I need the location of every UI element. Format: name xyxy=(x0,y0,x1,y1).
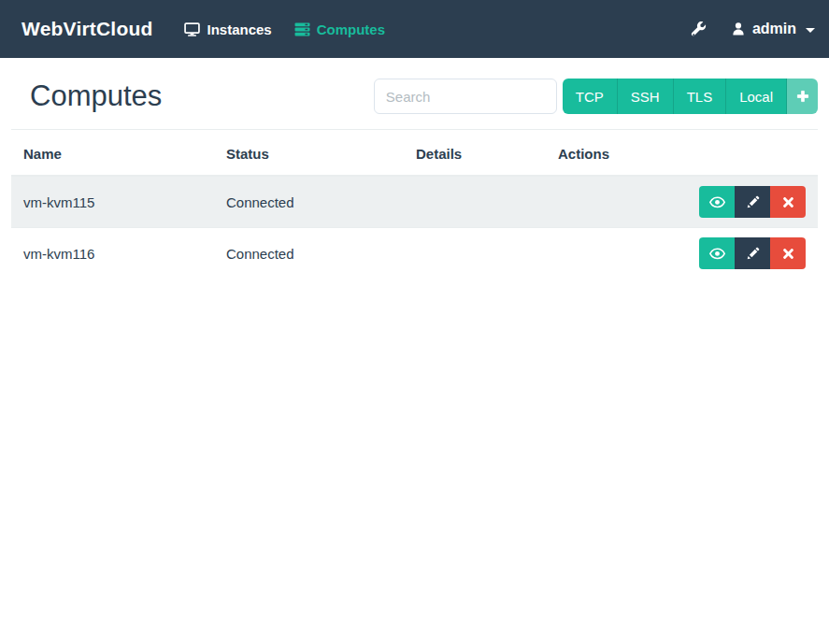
user-icon xyxy=(731,21,746,36)
settings-button[interactable] xyxy=(687,18,710,41)
navbar-right: admin xyxy=(687,18,815,41)
top-navbar: WebVirtCloud Instances xyxy=(0,0,829,58)
compute-status: Connected xyxy=(214,228,404,279)
ssh-button[interactable]: SSH xyxy=(617,79,673,114)
edit-compute-button[interactable] xyxy=(735,237,770,269)
column-header-name: Name xyxy=(11,130,214,176)
column-header-actions: Actions xyxy=(546,130,818,176)
table-header-row: Name Status Details Actions xyxy=(11,130,818,176)
compute-name: vm-kvm115 xyxy=(11,176,214,228)
tls-button[interactable]: TLS xyxy=(673,79,726,114)
header-controls: TCP SSH TLS Local xyxy=(374,79,818,114)
desktop-icon xyxy=(184,22,200,36)
search-input[interactable] xyxy=(374,79,557,114)
row-action-group xyxy=(699,186,806,218)
table-row: vm-kvm116 Connected xyxy=(11,228,818,279)
compute-name: vm-kvm116 xyxy=(11,228,214,279)
eye-icon xyxy=(709,248,725,260)
pencil-icon xyxy=(746,247,760,261)
column-header-details: Details xyxy=(404,130,546,176)
column-header-status: Status xyxy=(214,130,404,176)
nav-item-label: Instances xyxy=(207,21,271,37)
wrench-icon xyxy=(691,21,707,37)
brand-link[interactable]: WebVirtCloud xyxy=(21,18,152,40)
server-icon xyxy=(294,22,310,36)
compute-actions xyxy=(546,228,818,279)
compute-details xyxy=(404,176,546,228)
pencil-icon xyxy=(746,195,760,209)
compute-actions xyxy=(546,176,818,228)
page-header: Computes TCP SSH TLS Local xyxy=(11,79,818,114)
nav-item-label: Computes xyxy=(317,21,385,37)
row-action-group xyxy=(699,237,806,269)
close-icon xyxy=(782,196,794,208)
user-name: admin xyxy=(752,21,796,37)
close-icon xyxy=(782,248,794,260)
plus-icon xyxy=(796,90,809,103)
delete-compute-button[interactable] xyxy=(770,237,806,269)
computes-table-body: vm-kvm115 Connected xyxy=(11,176,818,279)
tcp-button[interactable]: TCP xyxy=(563,79,617,114)
eye-icon xyxy=(709,196,725,208)
page-title: Computes xyxy=(30,79,162,113)
edit-compute-button[interactable] xyxy=(735,186,770,218)
add-compute-button[interactable] xyxy=(786,79,818,114)
delete-compute-button[interactable] xyxy=(770,186,806,218)
local-button[interactable]: Local xyxy=(725,79,786,114)
computes-table: Name Status Details Actions vm-kvm115 Co… xyxy=(11,130,818,279)
table-row: vm-kvm115 Connected xyxy=(11,176,818,228)
caret-down-icon xyxy=(806,28,815,33)
add-connection-button-group: TCP SSH TLS Local xyxy=(563,79,818,114)
view-compute-button[interactable] xyxy=(699,237,735,269)
compute-status: Connected xyxy=(214,176,404,228)
nav-item-computes[interactable]: Computes xyxy=(285,16,394,43)
compute-details xyxy=(404,228,546,279)
nav-item-instances[interactable]: Instances xyxy=(175,16,280,43)
view-compute-button[interactable] xyxy=(699,186,735,218)
user-dropdown[interactable]: admin xyxy=(731,21,815,37)
main-nav: Instances Computes xyxy=(175,16,394,43)
